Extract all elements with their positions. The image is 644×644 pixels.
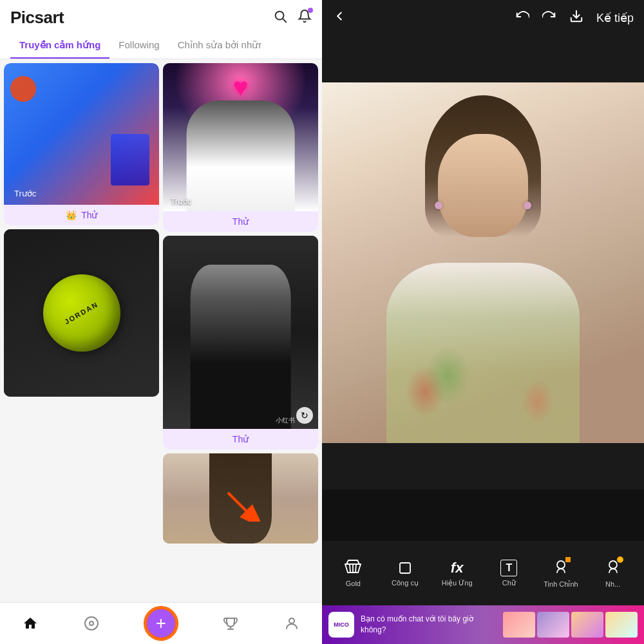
download-icon[interactable] bbox=[569, 9, 583, 27]
redo-icon[interactable] bbox=[542, 9, 556, 27]
card-fashion[interactable]: ↻ 小红书 Thử bbox=[163, 236, 318, 450]
tool-effects[interactable]: fx Hiệu Ứng bbox=[439, 560, 475, 587]
right-panel: Kế tiếp bbox=[322, 0, 644, 644]
tab-trending[interactable]: Truyền cảm hứng bbox=[10, 33, 109, 59]
photo-container bbox=[322, 36, 644, 489]
ad-logo: MICO bbox=[328, 612, 354, 638]
neon-heart-icon: ♥ bbox=[233, 73, 249, 102]
portrait-area bbox=[322, 82, 644, 443]
bottom-nav: + bbox=[0, 602, 322, 644]
card-cosplay-img: ♥ Trước bbox=[163, 63, 318, 211]
nav-trophy[interactable] bbox=[223, 616, 238, 631]
card-abstract-img: Trước bbox=[4, 63, 159, 205]
nav-add-button[interactable]: + bbox=[145, 607, 177, 639]
masonry-grid: Trước 👑 Thử JORDAN bbox=[0, 59, 322, 547]
right-header-actions: Kế tiếp bbox=[515, 9, 634, 27]
card-cosplay-label: Trước bbox=[171, 197, 191, 206]
crown-icon: 👑 bbox=[66, 210, 77, 220]
tool-effects-label: Hiệu Ứng bbox=[442, 579, 473, 587]
tool-crop-label: Công cụ bbox=[392, 579, 419, 587]
ad-banner[interactable]: MICO Bạn có muốn chat với tôi bây giờ kh… bbox=[322, 605, 644, 644]
tab-edited[interactable]: Chỉnh sửa bởi nhữr bbox=[169, 33, 271, 59]
fx-icon: fx bbox=[451, 560, 464, 576]
svg-line-1 bbox=[283, 19, 286, 22]
card-fashion-try-label: Thử bbox=[232, 434, 249, 444]
column-1: Trước 👑 Thử JORDAN bbox=[4, 63, 159, 544]
search-icon[interactable] bbox=[273, 9, 287, 27]
nav-profile[interactable] bbox=[284, 616, 299, 631]
ad-thumb-3 bbox=[571, 612, 603, 638]
card-abstract-label: Trước bbox=[14, 189, 36, 198]
svg-point-6 bbox=[289, 618, 294, 623]
nav-home[interactable] bbox=[23, 616, 38, 631]
next-button[interactable]: Kế tiếp bbox=[596, 11, 634, 25]
content-area: Trước 👑 Thử JORDAN bbox=[0, 59, 322, 602]
svg-line-3 bbox=[228, 493, 246, 511]
card-fashion-img: ↻ 小红书 bbox=[163, 236, 318, 429]
text-T-icon: T bbox=[506, 562, 512, 574]
svg-point-4 bbox=[85, 617, 98, 630]
svg-point-10 bbox=[609, 561, 617, 569]
photo-main bbox=[322, 82, 644, 443]
tool-gold-label: Gold bbox=[346, 580, 361, 587]
tool-more-label: Nh... bbox=[605, 580, 620, 588]
back-icon[interactable] bbox=[332, 9, 346, 27]
tools-bar: Gold Công cụ fx Hiệu Ứng T Chữ bbox=[322, 541, 644, 605]
card-partial[interactable] bbox=[163, 453, 318, 544]
tool-crop[interactable]: Công cụ bbox=[387, 560, 422, 587]
card-fashion-try[interactable]: Thử bbox=[163, 429, 318, 450]
svg-point-5 bbox=[90, 621, 93, 625]
more-icon-wrap bbox=[605, 558, 621, 578]
refresh-icon[interactable]: ↻ bbox=[296, 407, 313, 424]
card-jordan-img: JORDAN bbox=[4, 229, 159, 397]
card-jordan[interactable]: JORDAN bbox=[4, 229, 159, 397]
jordan-text: JORDAN bbox=[63, 300, 100, 326]
nav-explore[interactable] bbox=[84, 616, 99, 631]
notification-icon[interactable] bbox=[298, 9, 312, 27]
ad-images bbox=[503, 612, 638, 638]
column-2: ♥ Trước Thử ↻ 小 bbox=[163, 63, 318, 544]
tabs-bar: Truyền cảm hứng Following Chỉnh sửa bởi … bbox=[0, 33, 322, 59]
jordan-ball-graphic: JORDAN bbox=[43, 274, 120, 352]
tab-following[interactable]: Following bbox=[109, 33, 168, 59]
arrow-indicator bbox=[222, 483, 260, 524]
card-fashion-watermark: 小红书 bbox=[276, 416, 295, 425]
ad-text: Bạn có muốn chat với tôi bây giờ không? bbox=[361, 614, 497, 636]
card-abstract-try[interactable]: 👑 Thử bbox=[4, 205, 159, 225]
ad-thumb-2 bbox=[537, 612, 569, 638]
card-cosplay-try[interactable]: Thử bbox=[163, 211, 318, 232]
right-header: Kế tiếp bbox=[322, 0, 644, 36]
left-panel: Picsart Truyền cảm hứng Following Chỉnh … bbox=[0, 0, 322, 644]
tool-text[interactable]: T Chữ bbox=[491, 560, 527, 587]
dark-separator bbox=[322, 489, 644, 541]
ad-thumb-1 bbox=[503, 612, 535, 638]
tool-retouch-label: Tinh Chỉnh bbox=[544, 580, 578, 589]
card-cosplay-try-label: Thử bbox=[232, 216, 249, 227]
add-icon: + bbox=[156, 614, 166, 632]
header-icons bbox=[273, 9, 312, 27]
svg-point-9 bbox=[557, 561, 565, 569]
retouch-icon-wrap bbox=[553, 558, 569, 578]
card-cosplay[interactable]: ♥ Trước Thử bbox=[163, 63, 318, 232]
tool-retouch[interactable]: Tinh Chỉnh bbox=[543, 558, 578, 589]
tool-text-label: Chữ bbox=[502, 579, 516, 587]
ad-brand-label: MICO bbox=[334, 621, 349, 628]
ad-thumb-4 bbox=[605, 612, 638, 638]
header: Picsart bbox=[0, 0, 322, 33]
gold-icon-wrap bbox=[344, 559, 362, 577]
card-abstract-try-label: Thử bbox=[81, 210, 97, 220]
card-abstract[interactable]: Trước 👑 Thử bbox=[4, 63, 159, 225]
tool-gold[interactable]: Gold bbox=[336, 559, 371, 587]
tool-more[interactable]: Nh... bbox=[595, 558, 630, 588]
undo-icon[interactable] bbox=[515, 9, 529, 27]
text-box-icon: T bbox=[500, 560, 517, 576]
app-logo: Picsart bbox=[10, 8, 64, 28]
svg-rect-8 bbox=[400, 563, 410, 573]
notification-dot bbox=[308, 8, 313, 13]
